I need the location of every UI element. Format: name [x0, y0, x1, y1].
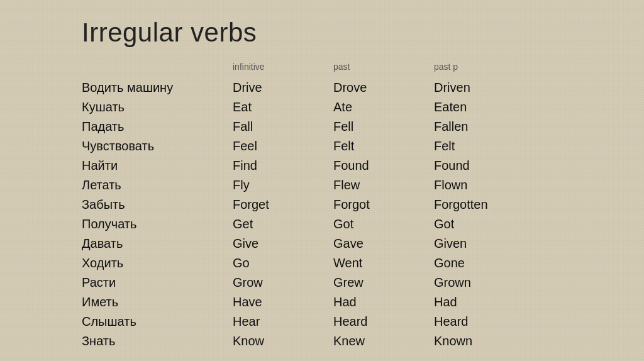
table-row: ЗабытьForgetForgotForgotten	[82, 195, 619, 214]
table-row: Водить машинуDriveDroveDriven	[82, 78, 619, 97]
table-row: ПадатьFallFellFallen	[82, 117, 619, 136]
col-header-infinitive: infinitive	[233, 62, 333, 72]
page-title: Irregular verbs	[82, 18, 619, 48]
page-container: Irregular verbs infinitive past past p В…	[0, 0, 644, 361]
cell-past: Went	[333, 253, 434, 273]
cell-russian: Летать	[82, 175, 233, 195]
table-row: ПолучатьGetGotGot	[82, 214, 619, 234]
table-row: ИметьHaveHadHad	[82, 292, 619, 312]
cell-pastp: Forgotten	[434, 195, 560, 214]
cell-pastp: Found	[434, 156, 560, 175]
col-header-pastp: past p	[434, 62, 560, 72]
table-row: РастиGrowGrewGrown	[82, 273, 619, 292]
verb-table: infinitive past past p Водить машинуDriv…	[82, 62, 619, 351]
cell-infinitive: Grow	[233, 273, 333, 292]
cell-past: Felt	[333, 136, 434, 156]
cell-past: Knew	[333, 331, 434, 351]
cell-past: Heard	[333, 312, 434, 331]
cell-russian: Знать	[82, 331, 233, 351]
table-row: КушатьEatAteEaten	[82, 97, 619, 117]
cell-past: Had	[333, 292, 434, 312]
cell-pastp: Known	[434, 331, 560, 351]
cell-infinitive: Hear	[233, 312, 333, 331]
cell-infinitive: Eat	[233, 97, 333, 117]
cell-russian: Иметь	[82, 292, 233, 312]
cell-past: Flew	[333, 175, 434, 195]
cell-pastp: Fallen	[434, 117, 560, 136]
cell-pastp: Driven	[434, 78, 560, 97]
table-body: Водить машинуDriveDroveDrivenКушатьEatAt…	[82, 78, 619, 351]
cell-russian: Расти	[82, 273, 233, 292]
table-row: ЛетатьFlyFlewFlown	[82, 175, 619, 195]
table-row: НайтиFindFoundFound	[82, 156, 619, 175]
cell-russian: Получать	[82, 214, 233, 234]
cell-past: Drove	[333, 78, 434, 97]
table-row: ЗнатьKnowKnewKnown	[82, 331, 619, 351]
cell-russian: Чувствовать	[82, 136, 233, 156]
cell-pastp: Flown	[434, 175, 560, 195]
cell-infinitive: Give	[233, 234, 333, 253]
cell-past: Got	[333, 214, 434, 234]
table-row: ДаватьGiveGaveGiven	[82, 234, 619, 253]
cell-russian: Давать	[82, 234, 233, 253]
cell-past: Found	[333, 156, 434, 175]
cell-infinitive: Know	[233, 331, 333, 351]
cell-pastp: Eaten	[434, 97, 560, 117]
cell-past: Gave	[333, 234, 434, 253]
table-row: СлышатьHearHeardHeard	[82, 312, 619, 331]
cell-pastp: Had	[434, 292, 560, 312]
cell-pastp: Felt	[434, 136, 560, 156]
cell-pastp: Heard	[434, 312, 560, 331]
cell-pastp: Gone	[434, 253, 560, 273]
cell-past: Forgot	[333, 195, 434, 214]
cell-infinitive: Find	[233, 156, 333, 175]
table-row: ЧувствоватьFeelFeltFelt	[82, 136, 619, 156]
col-header-past: past	[333, 62, 434, 72]
cell-infinitive: Drive	[233, 78, 333, 97]
cell-russian: Кушать	[82, 97, 233, 117]
table-row: ХодитьGoWentGone	[82, 253, 619, 273]
cell-russian: Водить машину	[82, 78, 233, 97]
cell-russian: Падать	[82, 117, 233, 136]
cell-russian: Забыть	[82, 195, 233, 214]
cell-infinitive: Fall	[233, 117, 333, 136]
cell-infinitive: Have	[233, 292, 333, 312]
cell-infinitive: Feel	[233, 136, 333, 156]
cell-pastp: Got	[434, 214, 560, 234]
cell-infinitive: Fly	[233, 175, 333, 195]
cell-pastp: Grown	[434, 273, 560, 292]
cell-russian: Найти	[82, 156, 233, 175]
cell-infinitive: Forget	[233, 195, 333, 214]
cell-russian: Ходить	[82, 253, 233, 273]
cell-infinitive: Get	[233, 214, 333, 234]
cell-past: Fell	[333, 117, 434, 136]
cell-infinitive: Go	[233, 253, 333, 273]
cell-russian: Слышать	[82, 312, 233, 331]
cell-past: Ate	[333, 97, 434, 117]
cell-past: Grew	[333, 273, 434, 292]
table-header: infinitive past past p	[82, 62, 619, 72]
cell-pastp: Given	[434, 234, 560, 253]
